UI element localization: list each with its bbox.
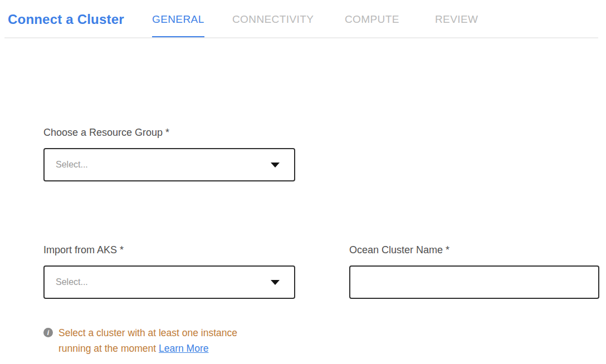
resource-group-label: Choose a Resource Group *	[43, 126, 295, 139]
info-message: Select a cluster with at least one insta…	[58, 325, 266, 356]
tab-review[interactable]: REVIEW	[435, 0, 478, 38]
resource-group-placeholder: Select...	[56, 160, 88, 170]
resource-group-field: Choose a Resource Group * Select...	[43, 126, 295, 181]
import-from-aks-label: Import from AKS *	[43, 243, 295, 257]
import-from-aks-select[interactable]: Select...	[43, 265, 295, 299]
learn-more-link[interactable]: Learn More	[159, 343, 209, 354]
chevron-down-icon	[271, 163, 280, 168]
resource-group-select[interactable]: Select...	[43, 148, 295, 181]
info-icon: i	[43, 328, 53, 337]
tab-connectivity[interactable]: CONNECTIVITY	[232, 0, 314, 38]
import-from-aks-field: Import from AKS * Select...	[43, 243, 295, 299]
connect-cluster-wizard: Connect a Cluster GENERAL CONNECTIVITY C…	[0, 0, 606, 364]
header-divider	[4, 37, 598, 38]
import-from-aks-placeholder: Select...	[56, 277, 88, 287]
cluster-instance-info-note: i Select a cluster with at least one ins…	[43, 325, 266, 356]
chevron-down-icon	[271, 280, 280, 285]
tab-general[interactable]: GENERAL	[152, 0, 204, 38]
ocean-cluster-name-field: Ocean Cluster Name *	[349, 243, 599, 299]
ocean-cluster-name-label: Ocean Cluster Name *	[349, 243, 599, 257]
ocean-cluster-name-input[interactable]	[361, 267, 587, 298]
ocean-cluster-name-input-wrap	[349, 265, 599, 299]
wizard-header: Connect a Cluster GENERAL CONNECTIVITY C…	[0, 0, 606, 38]
page-title: Connect a Cluster	[8, 0, 124, 38]
info-message-text: Select a cluster with at least one insta…	[58, 327, 237, 354]
tab-compute[interactable]: COMPUTE	[345, 0, 399, 38]
